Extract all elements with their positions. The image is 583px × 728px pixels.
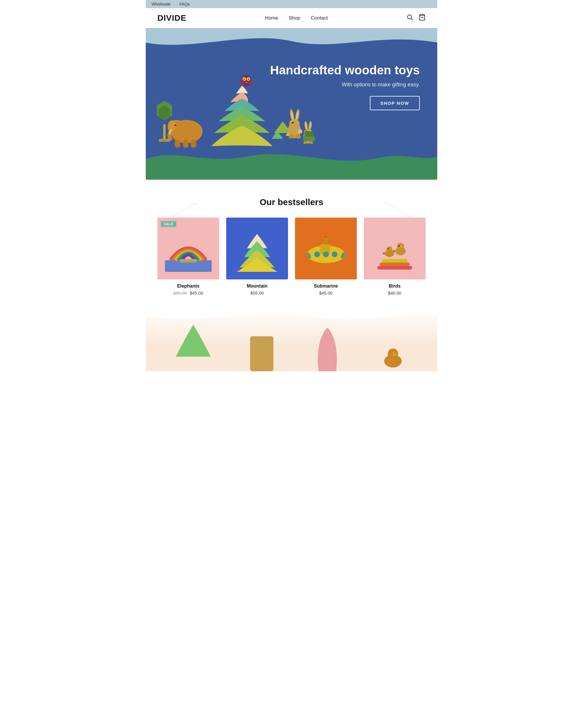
product-card-mountain[interactable]: Mountain $55.00 bbox=[226, 217, 288, 295]
svg-point-56 bbox=[314, 252, 320, 257]
product-price-4: $40.00 bbox=[364, 290, 425, 295]
search-icon bbox=[406, 14, 413, 21]
main-nav: Home Shop Contact bbox=[265, 15, 328, 21]
svg-point-21 bbox=[248, 79, 249, 80]
product-image-elephants: SALE bbox=[158, 217, 219, 280]
bottom-toys bbox=[146, 319, 437, 371]
hero-section: Handcrafted wooden toys With options to … bbox=[146, 28, 437, 180]
bottom-toy-1 bbox=[176, 319, 211, 371]
mountain-toy-svg bbox=[234, 225, 280, 272]
product-image-placeholder-2 bbox=[226, 217, 288, 280]
svg-rect-62 bbox=[380, 262, 410, 266]
topbar-faqs[interactable]: FAQs bbox=[179, 2, 190, 6]
nav-home[interactable]: Home bbox=[265, 15, 278, 21]
product-price-3: $45.00 bbox=[295, 290, 357, 295]
svg-rect-45 bbox=[303, 136, 315, 141]
svg-point-30 bbox=[289, 119, 300, 128]
hero-text: Handcrafted wooden toys With options to … bbox=[270, 63, 420, 110]
product-image-mountain bbox=[226, 217, 288, 280]
svg-rect-11 bbox=[191, 139, 196, 148]
svg-rect-46 bbox=[305, 131, 313, 136]
price-3: $45.00 bbox=[319, 290, 333, 295]
price-sale-1: $45.00 bbox=[190, 290, 203, 295]
svg-rect-4 bbox=[159, 139, 170, 142]
svg-point-67 bbox=[388, 248, 389, 250]
header: DIVIDE Home Shop Contact bbox=[146, 8, 437, 28]
shop-now-button[interactable]: SHOP NOW bbox=[370, 96, 420, 110]
elephants-toy-svg bbox=[165, 225, 212, 272]
header-icons bbox=[406, 14, 425, 23]
bottom-toy-2 bbox=[247, 319, 276, 371]
svg-rect-61 bbox=[377, 266, 412, 269]
top-bar: Wholesale FAQs bbox=[146, 0, 437, 8]
nav-contact[interactable]: Contact bbox=[311, 15, 328, 21]
svg-point-14 bbox=[175, 125, 176, 125]
product-name-2: Mountain bbox=[226, 284, 288, 289]
svg-point-20 bbox=[244, 79, 245, 80]
sale-badge: SALE bbox=[161, 221, 176, 227]
product-price-2: $55.00 bbox=[226, 290, 288, 295]
svg-point-59 bbox=[325, 235, 327, 238]
svg-point-32 bbox=[298, 130, 302, 134]
bottom-teaser bbox=[146, 307, 437, 371]
svg-rect-49 bbox=[179, 259, 197, 262]
svg-point-31 bbox=[292, 122, 294, 124]
svg-point-57 bbox=[323, 252, 329, 257]
hero-wave-top bbox=[146, 28, 437, 51]
svg-point-0 bbox=[408, 15, 412, 19]
search-button[interactable] bbox=[406, 14, 413, 23]
product-image-placeholder-3 bbox=[295, 217, 357, 280]
mountain-stacker bbox=[211, 75, 273, 146]
logo[interactable]: DIVIDE bbox=[158, 14, 186, 23]
svg-point-58 bbox=[332, 252, 338, 257]
product-image-placeholder-4 bbox=[364, 217, 425, 280]
price-original-1: $55.00 bbox=[173, 290, 187, 295]
topbar-wholesale[interactable]: Wholesale bbox=[151, 2, 170, 6]
svg-point-71 bbox=[398, 245, 400, 247]
cart-icon bbox=[419, 14, 425, 21]
hero-headline: Handcrafted wooden toys bbox=[270, 63, 420, 78]
product-name-3: Submarine bbox=[295, 284, 357, 289]
price-4: $40.00 bbox=[388, 290, 401, 295]
svg-rect-72 bbox=[250, 336, 273, 371]
bottom-toy-3 bbox=[313, 319, 342, 371]
bestsellers-section: Our bestsellers SALE bbox=[146, 180, 437, 307]
svg-point-13 bbox=[175, 124, 176, 126]
nav-shop[interactable]: Shop bbox=[288, 15, 300, 21]
svg-rect-63 bbox=[382, 259, 408, 262]
product-card-submarine[interactable]: Submarine $45.00 bbox=[295, 217, 357, 295]
product-price-1: $55.00 $45.00 bbox=[158, 290, 219, 295]
svg-rect-10 bbox=[183, 139, 188, 148]
bottom-toy-4 bbox=[378, 342, 408, 371]
product-image-birds bbox=[364, 217, 425, 280]
price-2: $55.00 bbox=[250, 290, 264, 295]
product-image-submarine bbox=[295, 217, 357, 280]
submarine-toy-svg bbox=[303, 225, 349, 272]
cart-button[interactable] bbox=[419, 14, 425, 23]
hero-subtext: With options to make gifting easy. bbox=[270, 82, 420, 88]
svg-rect-9 bbox=[175, 139, 180, 148]
birds-toy-svg bbox=[371, 225, 418, 272]
elephant-toy bbox=[168, 120, 202, 148]
svg-line-1 bbox=[411, 19, 413, 20]
